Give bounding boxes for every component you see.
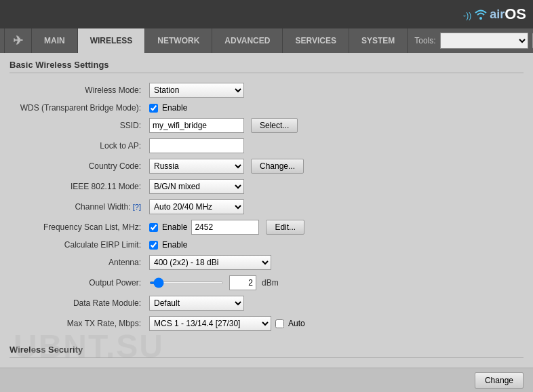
- tools-label: Tools:: [414, 36, 435, 45]
- max-tx-select[interactable]: MCS 1 - 13/14.4 [27/30] MCS 2 MCS 3: [149, 316, 271, 331]
- logo-air-text: air: [490, 7, 505, 22]
- antenna-label: Antenna:: [9, 252, 145, 273]
- nav-tab-main[interactable]: MAIN: [32, 28, 78, 53]
- nav-tab-network-label: NETWORK: [157, 36, 199, 45]
- output-power-row: Output Power: dBm: [9, 273, 524, 293]
- freq-scan-group: Enable Edit...: [149, 220, 519, 235]
- data-rate-label: Data Rate Module:: [9, 293, 145, 313]
- calc-eirp-group: Enable: [149, 240, 519, 250]
- channel-width-label: Channel Width: [?]: [9, 197, 145, 217]
- calc-eirp-row: Calculate EIRP Limit: Enable: [9, 237, 524, 252]
- max-tx-row: Max TX Rate, Mbps: MCS 1 - 13/14.4 [27/3…: [9, 313, 524, 334]
- basic-wireless-section-header: Basic Wireless Settings: [9, 60, 524, 73]
- ieee-mode-select[interactable]: B/G/N mixed A/N mixed N only: [149, 179, 244, 194]
- ssid-select-button[interactable]: Select...: [251, 118, 298, 133]
- freq-scan-edit-button[interactable]: Edit...: [266, 220, 304, 235]
- output-power-unit: dBm: [262, 278, 279, 288]
- lock-to-ap-label: Lock to AP:: [9, 136, 145, 156]
- channel-width-help-link[interactable]: [?]: [133, 203, 141, 211]
- output-power-group: dBm: [149, 275, 519, 290]
- freq-scan-row: Frequency Scan List, MHz: Enable Edit...: [9, 217, 524, 237]
- wds-enable-label: Enable: [162, 103, 187, 113]
- nav-tab-wireless-label: WIRELESS: [90, 36, 133, 45]
- wifi-signal-icon: [473, 8, 488, 20]
- max-tx-label: Max TX Rate, Mbps:: [9, 313, 145, 334]
- wireless-mode-row: Wireless Mode: Station Access Point AP-R…: [9, 80, 524, 100]
- output-power-slider[interactable]: [149, 281, 224, 284]
- country-code-row: Country Code: Russia United States Germa…: [9, 156, 524, 176]
- nav-tab-advanced[interactable]: ADVANCED: [212, 28, 283, 53]
- bottom-bar: Change: [0, 368, 533, 392]
- ssid-row: SSID: Select...: [9, 115, 524, 136]
- data-rate-row: Data Rate Module: Default Custom: [9, 293, 524, 313]
- nav-tab-wireless[interactable]: WIRELESS: [78, 28, 146, 53]
- country-change-button[interactable]: Change...: [251, 159, 304, 174]
- nav-tab-advanced-label: ADVANCED: [224, 36, 270, 45]
- antenna-select[interactable]: 400 (2x2) - 18 dBi 200 (1x1) - 16 dBi: [149, 255, 271, 270]
- plane-icon: ✈: [13, 33, 23, 48]
- data-rate-select[interactable]: Default Custom: [149, 296, 244, 311]
- nav-tab-system-label: SYSTEM: [361, 36, 395, 45]
- nav-tab-network[interactable]: NETWORK: [145, 28, 212, 53]
- nav-tab-system[interactable]: SYSTEM: [349, 28, 408, 53]
- ssid-input[interactable]: [149, 118, 244, 133]
- max-tx-group: MCS 1 - 13/14.4 [27/30] MCS 2 MCS 3 Auto: [149, 316, 519, 331]
- wds-label: WDS (Transparent Bridge Mode):: [9, 100, 145, 115]
- country-code-select[interactable]: Russia United States Germany: [149, 159, 244, 174]
- ieee-mode-label: IEEE 802.11 Mode:: [9, 176, 145, 197]
- calc-eirp-enable-label: Enable: [162, 240, 187, 250]
- output-power-value-input[interactable]: [229, 275, 256, 290]
- max-tx-auto-label: Auto: [288, 319, 305, 328]
- channel-width-row: Channel Width: [?] Auto 20/40 MHz 20 MHz…: [9, 197, 524, 217]
- nav-tab-services-label: SERVICES: [295, 36, 336, 45]
- output-power-label: Output Power:: [9, 273, 145, 293]
- lock-to-ap-input[interactable]: [149, 138, 244, 153]
- svg-point-0: [479, 17, 482, 20]
- country-code-label: Country Code:: [9, 156, 145, 176]
- nav-tab-main-label: MAIN: [44, 36, 65, 45]
- main-content: Basic Wireless Settings Wireless Mode: S…: [0, 53, 533, 392]
- nav-tab-services[interactable]: SERVICES: [283, 28, 349, 53]
- calc-eirp-checkbox[interactable]: [149, 241, 158, 250]
- nav-bar: ✈ MAIN WIRELESS NETWORK ADVANCED SERVICE…: [0, 28, 533, 53]
- wifi-icon: ◦)): [463, 11, 471, 20]
- country-code-group: Russia United States Germany Change...: [149, 159, 519, 174]
- basic-wireless-form: Wireless Mode: Station Access Point AP-R…: [9, 80, 524, 334]
- channel-width-select[interactable]: Auto 20/40 MHz 20 MHz 40 MHz: [149, 199, 244, 214]
- ieee-mode-row: IEEE 802.11 Mode: B/G/N mixed A/N mixed …: [9, 176, 524, 197]
- freq-scan-enable-label: Enable: [162, 222, 187, 232]
- tools-select[interactable]: [440, 33, 528, 49]
- nav-tabs: ✈ MAIN WIRELESS NETWORK ADVANCED SERVICE…: [4, 28, 408, 53]
- wireless-mode-label: Wireless Mode:: [9, 80, 145, 100]
- logo-os-text: OS: [505, 5, 526, 23]
- max-tx-auto-checkbox[interactable]: [275, 319, 284, 328]
- calc-eirp-label: Calculate EIRP Limit:: [9, 237, 145, 252]
- nav-right-controls: Tools: Logout: [414, 28, 533, 53]
- freq-scan-input[interactable]: [191, 220, 259, 235]
- ssid-group: Select...: [149, 118, 519, 133]
- freq-scan-checkbox[interactable]: [149, 223, 158, 232]
- change-button[interactable]: Change: [475, 372, 524, 389]
- wireless-security-section-header: Wireless Security: [9, 345, 524, 358]
- ssid-label: SSID:: [9, 115, 145, 136]
- antenna-row: Antenna: 400 (2x2) - 18 dBi 200 (1x1) - …: [9, 252, 524, 273]
- header: ◦)) air OS: [0, 0, 533, 28]
- wds-row: WDS (Transparent Bridge Mode): Enable: [9, 100, 524, 115]
- nav-tab-icon[interactable]: ✈: [4, 28, 32, 53]
- wireless-mode-select[interactable]: Station Access Point AP-Repeater: [149, 83, 244, 98]
- wds-group: Enable: [149, 103, 519, 113]
- lock-to-ap-row: Lock to AP:: [9, 136, 524, 156]
- logo-area: ◦)) air OS: [463, 5, 526, 23]
- freq-scan-label: Frequency Scan List, MHz:: [9, 217, 145, 237]
- wds-checkbox[interactable]: [149, 104, 158, 113]
